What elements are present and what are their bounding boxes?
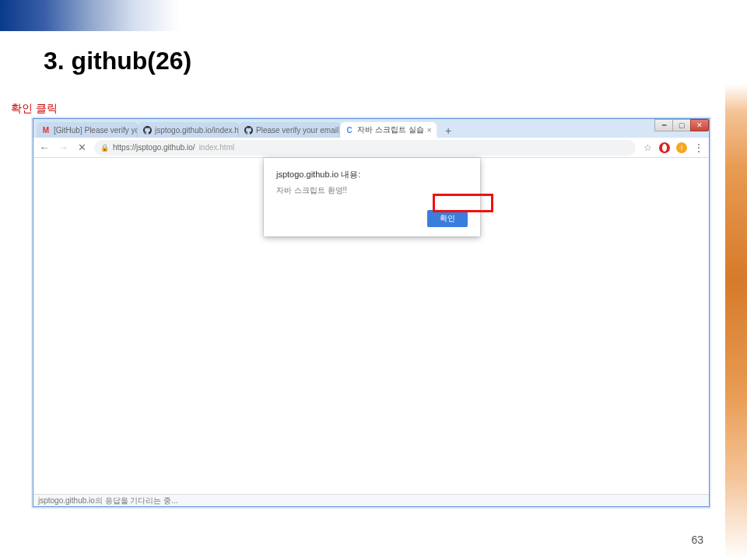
tab-strip: M [GitHub] Please verify your em… × jspt… [33, 119, 709, 138]
tab-gmail[interactable]: M [GitHub] Please verify your em… × [37, 122, 138, 138]
profile-icon[interactable]: ! [676, 142, 687, 153]
page-viewport: jsptogo.github.io 내용: 자바 스크립트 환영!! 확인 [33, 158, 709, 495]
slide-note: 확인 클릭 [11, 102, 58, 116]
tab-github-1[interactable]: jsptogo.github.io/index.html at … × [138, 122, 239, 138]
url-path: index.html [199, 143, 235, 152]
dialog-title: jsptogo.github.io 내용: [276, 169, 468, 180]
star-icon[interactable]: ☆ [642, 142, 653, 153]
address-bar: ← → ✕ 🔒 https://jsptogo.github.io/index.… [33, 138, 709, 158]
lock-icon: 🔒 [100, 144, 109, 152]
back-button[interactable]: ← [38, 142, 51, 154]
dialog-message: 자바 스크립트 환영!! [276, 185, 468, 196]
maximize-button[interactable]: ▢ [672, 119, 691, 131]
github-icon [142, 125, 152, 135]
close-window-button[interactable]: ✕ [690, 119, 709, 131]
stop-button[interactable]: ✕ [75, 142, 88, 154]
header-gradient [0, 0, 179, 31]
tab-label: 자바 스크립트 실습 [357, 124, 424, 135]
tab-github-2[interactable]: Please verify your email address × [239, 122, 340, 138]
ok-button[interactable]: 확인 [427, 210, 468, 227]
url-input[interactable]: 🔒 https://jsptogo.github.io/index.html [94, 140, 636, 156]
minimize-button[interactable]: ━ [654, 119, 673, 131]
page-number: 63 [691, 534, 703, 546]
browser-window: ━ ▢ ✕ M [GitHub] Please verify your em… … [33, 118, 710, 507]
gmail-icon: M [41, 125, 51, 135]
opera-icon[interactable] [659, 142, 670, 153]
github-icon [244, 125, 253, 135]
new-tab-button[interactable]: + [440, 124, 456, 138]
tab-active[interactable]: C 자바 스크립트 실습 × [340, 122, 437, 138]
tab-label: Please verify your email address [256, 126, 340, 135]
javascript-alert-dialog: jsptogo.github.io 내용: 자바 스크립트 환영!! 확인 [264, 158, 480, 236]
status-bar: jsptogo.github.io의 응답을 기다리는 중... [33, 494, 709, 506]
tab-label: [GitHub] Please verify your em… [54, 126, 138, 135]
url-prefix: https://jsptogo.github.io/ [113, 143, 195, 152]
status-text: jsptogo.github.io의 응답을 기다리는 중... [38, 496, 178, 505]
menu-icon[interactable]: ⋮ [693, 142, 704, 153]
slide-title: 3. github(26) [44, 47, 191, 75]
toolbar-right: ☆ ! ⋮ [642, 142, 704, 153]
window-controls: ━ ▢ ✕ [655, 119, 709, 131]
dialog-actions: 확인 [276, 210, 468, 227]
page-icon: C [345, 125, 354, 135]
tab-label: jsptogo.github.io/index.html at … [155, 126, 239, 135]
forward-button[interactable]: → [57, 142, 69, 154]
right-gradient-bar [725, 0, 747, 560]
slide: 3. github(26) 확인 클릭 ━ ▢ ✕ M [GitHub] Ple… [0, 0, 747, 560]
close-tab-icon[interactable]: × [427, 125, 432, 135]
